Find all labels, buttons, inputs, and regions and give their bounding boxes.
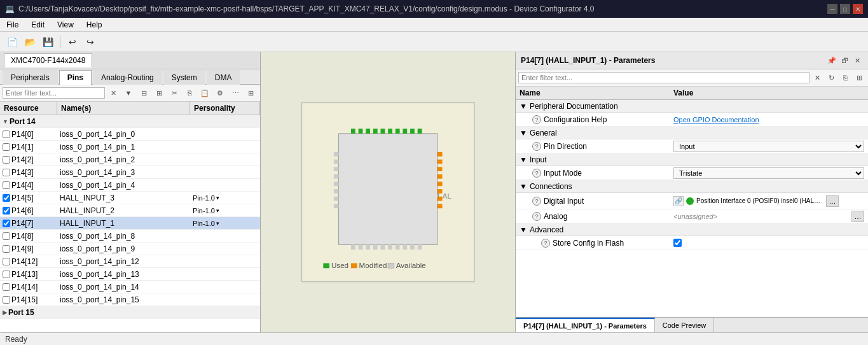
more-button[interactable]: ⋯ [228, 86, 242, 100]
undo-button[interactable]: ↩ [64, 34, 81, 50]
table-row[interactable]: P14[14] ioss_0_port_14_pin_14 [0, 281, 260, 293]
section-general[interactable]: ▼ General [516, 127, 868, 139]
table-row[interactable]: P14[6] HALL_INPUT_2 Pin-1.0 ▾ [0, 204, 260, 217]
right-filter-clear-button[interactable]: ✕ [811, 71, 823, 84]
settings-button[interactable]: ⚙ [213, 86, 227, 100]
minimize-button[interactable]: ─ [827, 4, 837, 14]
pin-checkbox-P14-7[interactable] [3, 220, 10, 227]
title-text: C:/Users/TanjaKovacev/Desktop/posif_fix/… [18, 4, 595, 13]
open-gpio-doc-link[interactable]: Open GPIO Documentation [673, 116, 759, 123]
copy-button[interactable]: ⎘ [183, 86, 196, 100]
input-mode-help-icon[interactable]: ? [532, 169, 541, 178]
right-panel-close-button[interactable]: ✕ [851, 55, 863, 66]
table-row[interactable]: P14[13] ioss_0_port_14_pin_13 [0, 268, 260, 281]
pin-id-P14-6: P14[6] [11, 206, 34, 215]
svg-rect-14 [358, 244, 362, 250]
collapse-all-button[interactable]: ⊟ [137, 86, 151, 100]
right-panel-restore-button[interactable]: 🗗 [839, 55, 850, 66]
pin-checkbox-P14-3[interactable] [3, 169, 10, 176]
menu-file[interactable]: File [3, 19, 22, 31]
pin-checkbox-P14-4[interactable] [3, 181, 10, 189]
col-header-personality: Personality [190, 102, 260, 115]
table-row[interactable]: P14[1] ioss_0_port_14_pin_1 [0, 141, 260, 153]
right-panel-pin-button[interactable]: 📌 [826, 55, 837, 66]
open-button[interactable]: 📂 [22, 34, 38, 50]
maximize-button[interactable]: □ [840, 4, 850, 14]
table-row[interactable]: P14[0] ioss_0_port_14_pin_0 [0, 128, 260, 141]
pin-checkbox-P14-8[interactable] [3, 232, 10, 240]
table-row[interactable]: P14[7] HALL_INPUT_1 Pin-1.0 ▾ [0, 217, 260, 230]
tab-code-preview[interactable]: Code Preview [655, 318, 714, 332]
table-row[interactable]: P14[15] ioss_0_port_14_pin_15 [0, 293, 260, 306]
right-filter-refresh-button[interactable]: ↻ [825, 71, 837, 84]
svg-rect-39 [323, 264, 329, 269]
pin-checkbox-P14-2[interactable] [3, 156, 10, 164]
right-filter-input[interactable] [518, 72, 809, 83]
redo-button[interactable]: ↪ [82, 34, 99, 50]
input-mode-select[interactable]: Tristate Pull-Up Pull-Down [673, 167, 864, 179]
pin-direction-select[interactable]: Input Output Bidirectional [673, 141, 864, 152]
tab-system[interactable]: System [163, 70, 205, 85]
digital-input-link-icon[interactable]: 🔗 [673, 196, 684, 206]
section-advanced[interactable]: ▼ Advanced [516, 223, 868, 236]
tab-pins[interactable]: Pins [59, 70, 92, 85]
tab-dma[interactable]: DMA [207, 70, 240, 85]
menu-edit[interactable]: Edit [27, 19, 48, 31]
menu-help[interactable]: Help [83, 19, 106, 31]
pin-name-P14-4: ioss_0_port_14_pin_4 [57, 180, 190, 191]
table-row[interactable]: P14[8] ioss_0_port_14_pin_8 [0, 230, 260, 243]
right-filter-expand-button[interactable]: ⊞ [853, 71, 865, 84]
col-header-names: Name(s) [57, 102, 190, 115]
close-button[interactable]: ✕ [853, 4, 863, 14]
table-row[interactable]: P14[5] HALL_INPUT_3 Pin-1.0 ▾ [0, 192, 260, 204]
pin-checkbox-P14-1[interactable] [3, 143, 10, 151]
section-input[interactable]: ▼ Input [516, 153, 868, 166]
port15-expand-icon[interactable]: ▶ [3, 309, 7, 316]
filter-input[interactable] [3, 87, 105, 99]
filter-clear-button[interactable]: ✕ [106, 86, 120, 100]
menu-view[interactable]: View [53, 19, 78, 31]
filter-options-button[interactable]: ▼ [121, 86, 135, 100]
right-filter-copy-button[interactable]: ⎘ [839, 71, 851, 84]
pin-checkbox-P14-14[interactable] [3, 283, 10, 291]
analog-ellipsis-button[interactable]: … [851, 211, 864, 222]
tab-parameters[interactable]: P14[7] (HALL_INPUT_1) - Parameters [516, 318, 655, 332]
tab-analog-routing[interactable]: Analog-Routing [93, 70, 162, 85]
pin-id-P14-9: P14[9] [11, 244, 34, 253]
pin-personality-dropdown-P14-5[interactable]: ▾ [216, 195, 219, 201]
pin-checkbox-P14-13[interactable] [3, 271, 10, 278]
expand-all-button[interactable]: ⊞ [152, 86, 166, 100]
pin-checkbox-P14-9[interactable] [3, 245, 10, 253]
section-peripheral-doc[interactable]: ▼ Peripheral Documentation [516, 100, 868, 113]
pin-personality-dropdown-P14-7[interactable]: ▾ [216, 220, 219, 227]
store-flash-checkbox[interactable] [673, 239, 682, 247]
pin-direction-help-icon[interactable]: ? [532, 142, 541, 151]
pin-checkbox-P14-6[interactable] [3, 207, 10, 215]
tab-peripherals[interactable]: Peripherals [3, 70, 58, 85]
port14-expand-icon[interactable]: ▼ [3, 118, 8, 125]
pin-checkbox-P14-0[interactable] [3, 130, 10, 138]
table-row[interactable]: P14[3] ioss_0_port_14_pin_3 [0, 166, 260, 179]
analog-help-icon[interactable]: ? [532, 212, 541, 221]
save-button[interactable]: 💾 [39, 34, 56, 50]
pin-personality-dropdown-P14-6[interactable]: ▾ [216, 208, 219, 214]
digital-input-help-icon[interactable]: ? [532, 197, 541, 206]
section-connections[interactable]: ▼ Connections [516, 180, 868, 193]
new-button[interactable]: 📄 [4, 34, 20, 50]
config-help-icon[interactable]: ? [532, 115, 541, 124]
store-flash-help-icon[interactable]: ? [541, 239, 550, 248]
cut-button[interactable]: ✂ [167, 86, 181, 100]
paste-button[interactable]: 📋 [198, 86, 212, 100]
table-row[interactable]: P14[12] ioss_0_port_14_pin_12 [0, 255, 260, 268]
device-tab[interactable]: XMC4700-F144x2048 [4, 53, 92, 67]
pin-checkbox-P14-15[interactable] [3, 296, 10, 304]
table-row[interactable]: P14[9] ioss_0_port_14_pin_9 [0, 243, 260, 255]
pin-checkbox-P14-5[interactable] [3, 194, 10, 202]
table-row[interactable]: P14[2] ioss_0_port_14_pin_2 [0, 153, 260, 166]
digital-input-ellipsis-button[interactable]: … [826, 195, 839, 207]
table-row[interactable]: P14[4] ioss_0_port_14_pin_4 [0, 179, 260, 192]
port14-group[interactable]: ▼ Port 14 [0, 115, 260, 128]
port15-group[interactable]: ▶ Port 15 [0, 306, 260, 319]
pin-checkbox-P14-12[interactable] [3, 258, 10, 265]
grid-button[interactable]: ⊞ [244, 86, 258, 100]
